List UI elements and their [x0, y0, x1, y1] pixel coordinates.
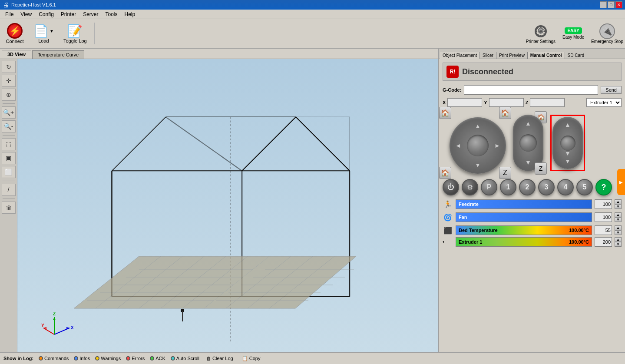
gcode-input[interactable] — [464, 85, 598, 95]
home-br-button[interactable]: Z — [499, 167, 511, 179]
fan-icon: 🌀 — [443, 212, 453, 222]
right-tab-manual-control[interactable]: Manual Control — [528, 52, 565, 59]
ack-checkbox[interactable]: ACK — [150, 356, 165, 361]
dpad-center[interactable] — [467, 135, 489, 156]
home-bl-button[interactable]: 🏠 — [439, 167, 451, 179]
dpad-down-button[interactable]: ▼ — [472, 159, 484, 171]
extruder-num-icon: 1 — [443, 240, 453, 244]
clear-log-button[interactable]: 🗑 Clear Log — [205, 355, 235, 361]
delete-tool[interactable]: 🗑 — [2, 202, 16, 214]
box-tool[interactable]: ⬜ — [2, 166, 16, 178]
z-home-bot-button[interactable]: Z — [535, 162, 547, 175]
minimize-button[interactable]: ─ — [600, 1, 607, 8]
svg-marker-54 — [53, 317, 56, 320]
dpad-up-button[interactable]: ▲ — [472, 120, 484, 132]
maximize-button[interactable]: □ — [608, 1, 615, 8]
commands-label: Commands — [44, 356, 69, 361]
feedrate-value-input[interactable] — [595, 199, 612, 209]
num5-button[interactable]: 5 — [576, 179, 593, 195]
z-input[interactable] — [530, 98, 565, 107]
extruder-temp-up-button[interactable]: ▲ — [615, 237, 622, 242]
zoom-out-tool[interactable]: 🔍- — [2, 120, 16, 132]
power-button[interactable]: ⏻ — [443, 179, 459, 195]
send-button[interactable]: Send — [601, 86, 622, 94]
menu-printer[interactable]: Printer — [57, 10, 79, 18]
menu-server[interactable]: Server — [79, 10, 102, 18]
bed-temp-down-button[interactable]: ▼ — [615, 230, 622, 235]
move-tool[interactable]: ✛ — [2, 75, 16, 87]
perspective-tool[interactable]: ⬚ — [2, 138, 16, 150]
toggle-log-button[interactable]: 📝 Toggle Log — [60, 21, 91, 46]
fan-value-input[interactable] — [595, 212, 612, 222]
menu-help[interactable]: Help — [121, 10, 139, 18]
num2-button[interactable]: 2 — [519, 179, 536, 195]
ortho-tool[interactable]: ▣ — [2, 152, 16, 164]
p-button[interactable]: P — [481, 179, 497, 195]
errors-dot — [126, 356, 130, 361]
menu-bar: File View Config Printer Server Tools He… — [0, 10, 625, 19]
right-tab-object-placement[interactable]: Object Placement — [440, 52, 480, 60]
z-dpad-center[interactable] — [519, 134, 537, 152]
settings-button[interactable]: ⚙ — [462, 179, 478, 195]
load-icon-group: 📄 ▼ — [33, 24, 54, 38]
easy-mode-button[interactable]: EASY Easy Mode — [562, 27, 584, 40]
menu-file[interactable]: File — [2, 10, 17, 18]
menu-view[interactable]: View — [17, 10, 35, 18]
menu-config[interactable]: Config — [35, 10, 57, 18]
close-button[interactable]: ✕ — [615, 1, 622, 8]
warnings-checkbox[interactable]: Warnings — [95, 356, 121, 361]
copy-button[interactable]: 📋 Copy — [240, 355, 262, 362]
feedrate-slider[interactable]: Feedrate — [456, 199, 592, 209]
infos-checkbox[interactable]: Infos — [74, 356, 90, 361]
y-input[interactable] — [489, 98, 524, 107]
left-toolbar-sep1 — [3, 103, 15, 104]
extruder-temp-down-button[interactable]: ▼ — [615, 242, 622, 247]
slash-tool[interactable]: / — [2, 184, 16, 196]
title-bar-controls[interactable]: ─ □ ✕ — [600, 1, 622, 8]
num4-label: 4 — [564, 183, 568, 191]
rotate-tool[interactable]: ↻ — [2, 61, 16, 73]
right-tab-print-preview[interactable]: Print Preview — [496, 52, 528, 59]
z-up-button[interactable]: ▲ — [522, 117, 534, 129]
bed-target-input[interactable] — [595, 225, 612, 235]
extruder-target-input[interactable] — [595, 237, 612, 247]
dpad-right-button[interactable]: ► — [491, 139, 503, 152]
side-tab[interactable]: ▶ — [617, 169, 625, 195]
tab-3d-view[interactable]: 3D View — [2, 50, 31, 59]
tab-temperature-curve[interactable]: Temperature Curve — [32, 50, 84, 59]
gcode-row: G-Code: Send — [443, 85, 622, 95]
commands-checkbox[interactable]: Commands — [39, 356, 69, 361]
num4-button[interactable]: 4 — [557, 179, 574, 195]
extruder-down2-button[interactable]: ▼ — [562, 155, 574, 167]
z-down-button[interactable]: ▼ — [522, 156, 534, 169]
errors-checkbox[interactable]: Errors — [126, 356, 145, 361]
right-tab-slicer[interactable]: Slicer — [480, 52, 496, 59]
feedrate-label: Feedrate — [459, 202, 479, 207]
fan-slider[interactable]: Fan — [456, 212, 592, 222]
side-tab-label: ▶ — [619, 180, 624, 185]
extruder-up-button[interactable]: ▲ — [562, 119, 574, 131]
viewport[interactable]: X Y Z — [17, 59, 438, 352]
extruder-select[interactable]: Extruder 1 Extruder 2 — [586, 98, 622, 107]
load-button[interactable]: 📄 ▼ Load — [30, 21, 58, 46]
p-label: P — [487, 183, 492, 191]
x-input[interactable] — [447, 98, 482, 107]
num1-button[interactable]: 1 — [500, 179, 516, 195]
menu-tools[interactable]: Tools — [102, 10, 121, 18]
right-tab-sd-card[interactable]: SD Card — [565, 52, 587, 59]
feedrate-down-button[interactable]: ▼ — [615, 204, 622, 209]
help-button[interactable]: ? — [595, 179, 612, 195]
emergency-stop-button[interactable]: 🔌 Emergency Stop — [591, 23, 623, 44]
zoom-in-tool[interactable]: 🔍+ — [2, 106, 16, 119]
feedrate-up-button[interactable]: ▲ — [615, 199, 622, 204]
pan-tool[interactable]: ⊕ — [2, 89, 16, 101]
fan-up-button[interactable]: ▲ — [615, 212, 622, 217]
printer-settings-button[interactable]: ⚙ Printer Settings — [526, 23, 556, 44]
connect-label: Connect — [6, 39, 24, 44]
dpad-left-button[interactable]: ◄ — [452, 139, 464, 152]
auto-scroll-checkbox[interactable]: Auto Scroll — [171, 356, 199, 361]
bed-temp-up-button[interactable]: ▲ — [615, 225, 622, 230]
fan-down-button[interactable]: ▼ — [615, 217, 622, 222]
connect-button[interactable]: ⚡ Connect — [2, 21, 28, 46]
num3-button[interactable]: 3 — [538, 179, 555, 195]
